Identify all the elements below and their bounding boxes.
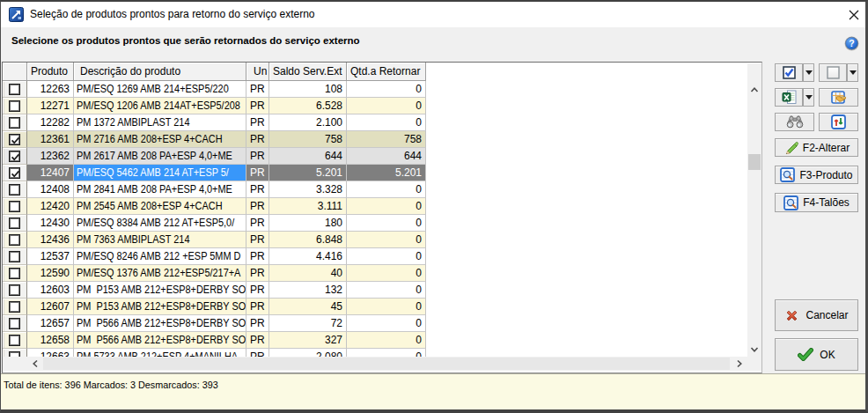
un-cell[interactable]: PR — [246, 114, 269, 131]
un-cell[interactable]: PR — [246, 165, 269, 181]
table-row[interactable]: 12271PM/ESQ 1206 AMB 214AT+ESP5/208PR6.5… — [3, 98, 426, 114]
descricao-cell[interactable]: PM 2545 AMB 208+ESP 4+CACH — [74, 198, 246, 215]
scroll-right-button[interactable] — [732, 357, 747, 371]
un-cell[interactable]: PR — [246, 98, 269, 114]
produto-cell[interactable]: 12590 — [27, 265, 74, 282]
produto-cell[interactable]: 12663 — [27, 349, 74, 357]
un-cell[interactable]: PR — [246, 282, 269, 299]
descricao-cell[interactable]: PM P153 AMB 212+ESP8+DERBY SO — [74, 282, 246, 299]
un-cell[interactable]: PR — [246, 232, 269, 248]
row-checkbox[interactable] — [9, 117, 20, 129]
row-checkbox[interactable] — [9, 84, 20, 95]
row-checkbox-checked[interactable] — [9, 167, 20, 179]
produto-cell[interactable]: 12603 — [27, 282, 74, 299]
table-row[interactable]: 12430PM/ESQ 8384 AMB 212 AT+ESP5,0/PR180… — [3, 215, 426, 232]
row-select-cell[interactable] — [3, 215, 27, 232]
produto-cell[interactable]: 12263 — [27, 81, 74, 98]
table-row[interactable]: 12658PM P566 AMB 212+ESP8+DERBY SOPR3270 — [3, 332, 426, 349]
descricao-cell[interactable]: PM P153 AMB 212+ESP8+DERBY SO — [74, 299, 246, 315]
row-select-cell[interactable] — [3, 299, 27, 315]
table-row[interactable]: 12420PM 2545 AMB 208+ESP 4+CACHPR3.1110 — [3, 198, 426, 215]
qtd-cell[interactable]: 0 — [347, 349, 426, 357]
produto-cell[interactable]: 12420 — [27, 198, 74, 215]
table-row[interactable]: 12537PM/ESQ 8246 AMB 212 +ESP 5MM DPR4.4… — [3, 248, 426, 265]
table-row[interactable]: 12407PM/ESQ 5462 AMB 214 AT+ESP 5/PR5.20… — [3, 165, 426, 181]
qtd-cell[interactable]: 5.201 — [347, 165, 426, 181]
qtd-cell[interactable]: 0 — [347, 299, 426, 315]
horizontal-scroll-thumb[interactable] — [43, 358, 730, 370]
row-select-cell[interactable] — [3, 349, 27, 357]
column-header-desc[interactable]: Descrição do produto — [74, 63, 246, 81]
qtd-cell[interactable]: 0 — [347, 232, 426, 248]
table-row[interactable]: 12408PM 2841 AMB 208 PA+ESP 4,0+MEPR3.32… — [3, 181, 426, 198]
qtd-cell[interactable]: 0 — [347, 282, 426, 299]
qtd-cell[interactable]: 0 — [347, 248, 426, 265]
scroll-left-button[interactable] — [27, 357, 42, 371]
un-cell[interactable]: PR — [246, 198, 269, 215]
sort-button[interactable] — [819, 113, 858, 131]
export-excel-button[interactable] — [775, 88, 803, 107]
row-select-cell[interactable] — [3, 181, 27, 198]
row-checkbox[interactable] — [9, 284, 20, 296]
descricao-cell[interactable]: PM/ESQ 8246 AMB 212 +ESP 5MM D — [74, 248, 246, 265]
saldo-cell[interactable]: 644 — [269, 148, 347, 165]
table-row[interactable]: 12436PM 7363 AMBIPLAST 214PR6.8480 — [3, 232, 426, 248]
qtd-cell[interactable]: 0 — [347, 215, 426, 232]
saldo-cell[interactable]: 3.111 — [269, 198, 347, 215]
search-button[interactable] — [775, 113, 814, 131]
qtd-cell[interactable]: 758 — [347, 131, 426, 148]
help-button[interactable]: ? — [844, 36, 859, 51]
row-select-cell[interactable] — [3, 165, 27, 181]
assign-grid-button[interactable] — [819, 88, 858, 107]
table-row[interactable]: 12607PM P153 AMB 212+ESP8+DERBY SOPR450 — [3, 299, 426, 315]
qtd-cell[interactable]: 0 — [347, 198, 426, 215]
table-row[interactable]: 12362PM 2617 AMB 208 PA+ESP 4,0+MEPR6446… — [3, 148, 426, 165]
descricao-cell[interactable]: PM 1372 AMBIPLAST 214 — [74, 114, 246, 131]
produto-cell[interactable]: 12362 — [27, 148, 74, 165]
row-checkbox[interactable] — [9, 335, 20, 346]
produto-cell[interactable]: 12361 — [27, 131, 74, 148]
row-select-cell[interactable] — [3, 98, 27, 114]
row-select-cell[interactable] — [3, 232, 27, 248]
scroll-up-button[interactable] — [747, 82, 761, 97]
row-checkbox-checked[interactable] — [9, 151, 20, 162]
descricao-cell[interactable]: PM 2617 AMB 208 PA+ESP 4,0+ME — [74, 148, 246, 165]
descricao-cell[interactable]: PM/ESQ 1269 AMB 214+ESP5/220 — [74, 81, 246, 98]
descricao-cell[interactable]: PM/ESQ 1206 AMB 214AT+ESP5/208 — [74, 98, 246, 114]
produto-cell[interactable]: 12271 — [27, 98, 74, 114]
saldo-cell[interactable]: 3.328 — [269, 181, 347, 198]
produto-cell[interactable]: 12658 — [27, 332, 74, 349]
qtd-cell[interactable]: 644 — [347, 148, 426, 165]
saldo-cell[interactable]: 180 — [269, 215, 347, 232]
table-row[interactable]: 12663PM 5733 AMB 212+ESP 4+MANILHAPR2.08… — [3, 349, 426, 357]
saldo-cell[interactable]: 6.848 — [269, 232, 347, 248]
row-select-cell[interactable] — [3, 114, 27, 131]
descricao-cell[interactable]: PM/ESQ 5462 AMB 214 AT+ESP 5/ — [74, 165, 246, 181]
qtd-cell[interactable]: 0 — [347, 181, 426, 198]
row-select-cell[interactable] — [3, 248, 27, 265]
qtd-cell[interactable]: 0 — [347, 332, 426, 349]
un-cell[interactable]: PR — [246, 131, 269, 148]
produto-cell[interactable]: 12537 — [27, 248, 74, 265]
column-header-qtd[interactable]: Qtd.a Retornar — [347, 63, 426, 81]
row-select-cell[interactable] — [3, 198, 27, 215]
un-cell[interactable]: PR — [246, 349, 269, 357]
vertical-scrollbar[interactable] — [747, 63, 761, 357]
row-select-cell[interactable] — [3, 265, 27, 282]
produto-cell[interactable]: 12407 — [27, 165, 74, 181]
qtd-cell[interactable]: 0 — [347, 81, 426, 98]
saldo-cell[interactable]: 758 — [269, 131, 347, 148]
close-button[interactable] — [841, 2, 868, 27]
row-checkbox[interactable] — [9, 301, 20, 313]
qtd-cell[interactable]: 0 — [347, 315, 426, 332]
produto-cell[interactable]: 12408 — [27, 181, 74, 198]
produto-cell[interactable]: 12657 — [27, 315, 74, 332]
saldo-cell[interactable]: 2.100 — [269, 114, 347, 131]
un-cell[interactable]: PR — [246, 265, 269, 282]
column-header-un[interactable]: Un — [246, 63, 269, 81]
saldo-cell[interactable]: 5.201 — [269, 165, 347, 181]
row-checkbox-checked[interactable] — [9, 134, 20, 145]
un-cell[interactable]: PR — [246, 148, 269, 165]
un-cell[interactable]: PR — [246, 215, 269, 232]
row-checkbox[interactable] — [9, 268, 20, 279]
